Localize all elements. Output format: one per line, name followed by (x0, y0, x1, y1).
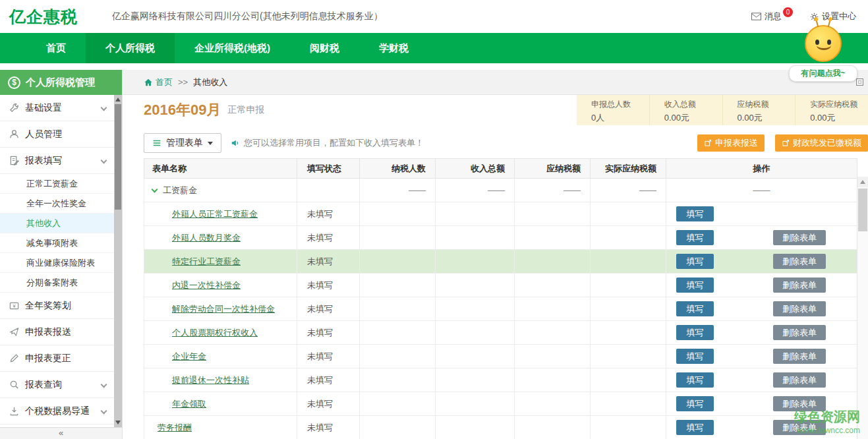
fill-status: 未填写 (297, 202, 360, 226)
fill-button[interactable]: 填写 (676, 349, 714, 364)
sidebar-subitem-annual-bonus[interactable]: 全年一次性奖金 (0, 194, 114, 214)
company-name: 亿企赢网络科技有限公司四川分公司(其他未列明信息技术服务业） (112, 11, 383, 22)
home-icon (144, 78, 153, 87)
sidebar-item-label: 报表填写 (25, 155, 62, 167)
delete-form-button[interactable]: 删除表单 (773, 349, 826, 364)
stat-total-income: 收入总额 0.00元 (649, 95, 722, 125)
download-icon (9, 406, 19, 416)
chevron-down-icon (152, 186, 158, 192)
delete-form-button[interactable]: 删除表单 (773, 301, 826, 316)
nav-learn-finance-tax[interactable]: 学财税 (359, 33, 428, 63)
chevron-down-icon (101, 408, 107, 415)
sidebar-item-report-correct[interactable]: 申报表更正 (0, 345, 114, 372)
fill-button[interactable]: 填写 (676, 325, 714, 340)
stat-total-people: 申报总人数 0人 (577, 95, 649, 125)
fill-status: 未填写 (297, 392, 360, 416)
list-icon (152, 138, 161, 148)
nav-read-finance-tax[interactable]: 阅财税 (290, 33, 359, 63)
nav-corporate-income-tax[interactable]: 企业所得税(地税) (175, 33, 290, 63)
stat-actual-tax: 实际应纳税额 0.00元 (795, 95, 868, 125)
toolbar-hint: 您可以选择常用项目，配置如下收入填写表单！ (231, 137, 424, 149)
sidebar-subitem-health-insurance[interactable]: 商业健康保险附表 (0, 253, 114, 273)
form-link[interactable]: 年金领取 (172, 399, 206, 409)
manage-forms-button[interactable]: 管理表单 (144, 133, 221, 153)
bee-icon (805, 25, 842, 62)
fill-button[interactable]: 填写 (676, 396, 714, 411)
person-icon (9, 129, 19, 139)
declaration-period: 2016年09月 正常申报 (123, 95, 264, 125)
form-link[interactable]: 个人股票期权行权收入 (172, 328, 258, 337)
sidebar-item-bonus-planning[interactable]: ¥ 全年奖筹划 (0, 293, 114, 319)
table-row: 外籍人员数月奖金 未填写 填写删除表单 (144, 226, 857, 250)
col-actual-tax: 实际应纳税额 (591, 159, 666, 179)
fill-button[interactable]: 填写 (676, 420, 714, 435)
top-bar: 亿企惠税 亿企赢网络科技有限公司四川分公司(其他未列明信息技术服务业） 消息 0… (0, 0, 868, 33)
search-icon (9, 380, 19, 390)
breadcrumb-home-link[interactable]: 首页 (144, 76, 173, 88)
form-link[interactable]: 解除劳动合同一次性补偿金 (172, 304, 275, 314)
fill-button[interactable]: 填写 (676, 206, 714, 221)
sidebar-item-report-query[interactable]: 报表查询 (0, 372, 114, 398)
breadcrumb-separator: >> (178, 77, 188, 87)
caret-down-icon (208, 142, 213, 145)
sidebar-item-label: 申报表报送 (25, 326, 71, 338)
scroll-down-icon[interactable] (115, 421, 121, 424)
stat-tax-payable: 应纳税额 0.00元 (722, 95, 796, 125)
fill-status: 未填写 (297, 226, 360, 250)
nav-home[interactable]: 首页 (26, 33, 86, 63)
form-link[interactable]: 内退一次性补偿金 (172, 280, 241, 290)
top-right-links: 消息 0 设置中心 (751, 11, 856, 22)
group-label: 工资薪金 (163, 185, 197, 195)
money-icon: ¥ (9, 301, 19, 310)
finance-paid-tax-button[interactable]: 财政统发已缴税额 (775, 134, 868, 152)
fill-button[interactable]: 填写 (676, 254, 714, 269)
export-icon (704, 139, 712, 147)
content-scrollbar[interactable] (857, 177, 868, 439)
sidebar-scrollbar-thumb[interactable] (115, 104, 121, 210)
fill-status: 未填写 (297, 345, 360, 368)
messages-link[interactable]: 消息 0 (751, 11, 793, 22)
messages-badge: 0 (783, 7, 793, 17)
sidebar-item-personnel[interactable]: 人员管理 (0, 121, 114, 148)
table-row: 提前退休一次性补贴 未填写 填写删除表单 (144, 368, 857, 392)
table-row: 内退一次性补偿金 未填写 填写删除表单 (144, 274, 857, 297)
scroll-up-icon[interactable] (115, 98, 121, 102)
scroll-up-icon[interactable] (857, 177, 868, 187)
help-mascot[interactable]: 有问题点我~ (789, 25, 857, 82)
sidebar-item-label: 个税数据易导通 (25, 405, 90, 417)
sidebar-item-report-submit[interactable]: 申报表报送 (0, 319, 114, 345)
chevron-down-icon (101, 105, 107, 111)
sidebar-scrollbar[interactable] (114, 95, 122, 427)
sidebar-subitem-other-income[interactable]: 其他收入 (0, 214, 114, 233)
form-link[interactable]: 劳务报酬 (158, 423, 192, 432)
delete-form-button[interactable]: 删除表单 (773, 278, 826, 293)
sidebar-item-basic-settings[interactable]: 基础设置 (0, 95, 114, 121)
delete-form-button[interactable]: 删除表单 (773, 325, 826, 340)
sidebar-subitem-deduction-schedule[interactable]: 减免事项附表 (0, 233, 114, 253)
form-link[interactable]: 企业年金 (172, 351, 206, 361)
fill-button[interactable]: 填写 (676, 372, 714, 388)
submit-declaration-button[interactable]: 申报表报送 (697, 134, 765, 152)
summary-stats: 申报总人数 0人 收入总额 0.00元 应纳税额 0.00元 实际应纳税额 0.… (577, 95, 868, 125)
form-link[interactable]: 提前退休一次性补贴 (172, 375, 249, 385)
nav-personal-income-tax[interactable]: 个人所得税 (86, 33, 175, 63)
content-scrollbar-thumb[interactable] (858, 189, 867, 231)
form-link[interactable]: 特定行业工资薪金 (172, 256, 241, 266)
wrench-icon (9, 103, 19, 113)
group-row-salary[interactable]: 工资薪金 —— —— —— —— —— (144, 179, 857, 202)
sidebar-item-report-fill[interactable]: 报表填写 (0, 148, 114, 174)
fill-button[interactable]: 填写 (676, 230, 714, 245)
delete-form-button[interactable]: 删除表单 (773, 230, 826, 245)
sidebar-subitem-normal-salary[interactable]: 正常工资薪金 (0, 174, 114, 194)
sidebar-item-tax-data-transfer[interactable]: 个税数据易导通 (0, 398, 114, 424)
fill-button[interactable]: 填写 (676, 278, 714, 293)
delete-form-button[interactable]: 删除表单 (773, 372, 826, 388)
fill-button[interactable]: 填写 (676, 301, 714, 316)
sidebar-subitem-installment-filing[interactable]: 分期备案附表 (0, 273, 114, 293)
delete-form-button[interactable]: 删除表单 (773, 254, 826, 269)
form-link[interactable]: 外籍人员正常工资薪金 (172, 209, 258, 219)
sidebar-item-label: 全年奖筹划 (25, 300, 71, 312)
table-row: 外籍人员正常工资薪金 未填写 填写 (144, 202, 857, 226)
sidebar-collapse-button[interactable]: « (0, 427, 122, 439)
form-link[interactable]: 外籍人员数月奖金 (172, 233, 241, 243)
